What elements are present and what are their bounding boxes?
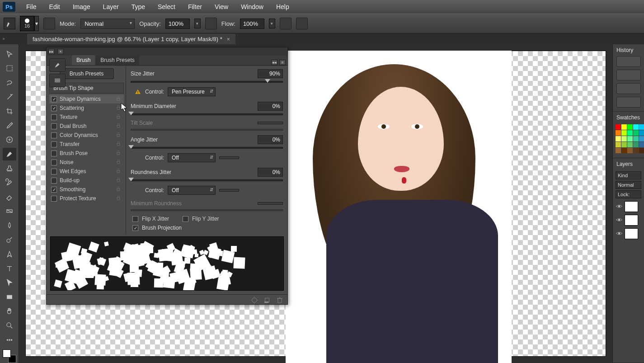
menu-view[interactable]: View [208, 0, 235, 13]
swatch[interactable] [621, 142, 627, 147]
layers-blend-mode[interactable]: Normal [616, 181, 641, 189]
brush-option-protect-texture[interactable]: Protect Texture [49, 194, 124, 203]
opacity-input[interactable]: 100% [165, 19, 190, 29]
swatch[interactable] [639, 148, 644, 153]
angle-jitter-slider[interactable] [131, 147, 283, 149]
swatch[interactable] [633, 148, 639, 153]
control-select-1[interactable]: Pen Pressure [168, 87, 216, 96]
document-tab[interactable]: fashionable-woman-thinking.jpg @ 66.7% (… [27, 34, 235, 44]
swatch[interactable] [633, 124, 639, 130]
layer-thumbnail[interactable] [625, 201, 638, 212]
swatch[interactable] [627, 136, 633, 141]
gradient-tool[interactable] [3, 205, 16, 218]
checkbox[interactable] [51, 105, 57, 111]
layers-panel-title[interactable]: Layers [615, 160, 642, 170]
history-brush-state-icon[interactable] [616, 97, 641, 108]
swatch[interactable] [616, 148, 621, 153]
lock-icon[interactable] [116, 177, 122, 184]
brush-option-scattering[interactable]: Scattering [49, 104, 124, 113]
brush-projection-checkbox[interactable]: Brush Projection [132, 225, 283, 231]
wand-tool[interactable] [3, 91, 16, 104]
checkbox[interactable] [51, 114, 57, 120]
history-snapshot-icon[interactable] [616, 70, 641, 80]
blur-tool[interactable] [3, 219, 16, 232]
panel-collapse-icon[interactable]: ▸▸ [48, 49, 55, 54]
brush-option-smoothing[interactable]: Smoothing [49, 185, 124, 194]
min-diameter-slider[interactable] [131, 113, 283, 115]
ellipsis-icon[interactable] [3, 334, 16, 346]
panel-collapse-double-icon[interactable]: ◂◂ [271, 60, 277, 65]
swatch[interactable] [621, 130, 627, 136]
menu-window[interactable]: Window [235, 0, 270, 13]
eyedropper-tool[interactable] [3, 119, 16, 132]
swatches-panel-title[interactable]: Swatches [615, 113, 642, 123]
layer-thumbnail[interactable] [625, 228, 638, 239]
mode-dropdown[interactable]: Normal [80, 19, 135, 29]
hand-tool[interactable] [3, 305, 16, 318]
shape-tool[interactable] [3, 291, 16, 303]
swatch[interactable] [621, 124, 627, 130]
flipx-checkbox[interactable]: Flip X Jitter [132, 216, 169, 222]
eraser-tool[interactable] [3, 191, 16, 203]
lock-icon[interactable] [116, 96, 122, 102]
brush-size-preset[interactable]: 16 [20, 16, 34, 31]
panel-close-icon[interactable]: × [57, 49, 64, 54]
zoom-tool[interactable] [3, 319, 16, 332]
control-select-2[interactable]: Off [168, 153, 216, 162]
checkbox[interactable] [51, 178, 57, 184]
brush-option-texture[interactable]: Texture [49, 113, 124, 122]
crop-tool[interactable] [3, 105, 16, 118]
brush-option-brush-pose[interactable]: Brush Pose [49, 149, 124, 158]
visibility-icon[interactable] [616, 204, 623, 209]
panel-menu-icon[interactable]: ≡ [279, 60, 286, 65]
size-jitter-value[interactable]: 90% [258, 69, 283, 78]
opacity-dropdown[interactable]: ▾ [194, 19, 201, 28]
checkbox[interactable] [51, 132, 57, 138]
lock-icon[interactable] [116, 114, 122, 120]
type-tool[interactable] [3, 262, 16, 275]
roundness-jitter-slider[interactable] [131, 179, 283, 181]
history-item[interactable] [616, 56, 641, 67]
layer-row[interactable] [615, 213, 642, 227]
move-tool[interactable] [3, 48, 16, 61]
lock-icon[interactable] [116, 186, 122, 193]
flow-input[interactable]: 100% [240, 19, 264, 29]
menu-image[interactable]: Image [66, 0, 97, 13]
flow-dropdown[interactable]: ▾ [269, 19, 275, 28]
menu-file[interactable]: File [20, 0, 43, 13]
checkbox[interactable] [51, 160, 57, 165]
panel-presets-icon[interactable] [49, 74, 66, 87]
canvas-area[interactable]: ▸▸ × Brush Brush Presets ◂◂ ≡ Brush Pres… [19, 44, 612, 363]
menu-edit[interactable]: Edit [43, 0, 66, 13]
healing-tool[interactable] [3, 134, 16, 146]
lock-icon[interactable] [116, 168, 122, 174]
swatch[interactable] [627, 142, 633, 147]
swatch[interactable] [621, 148, 627, 153]
close-tab-icon[interactable]: × [227, 36, 230, 42]
layer-row[interactable] [615, 200, 642, 213]
swatch[interactable] [639, 130, 644, 136]
lock-icon[interactable] [116, 141, 122, 147]
control-select-3[interactable]: Off [168, 186, 216, 195]
checkbox[interactable] [51, 169, 57, 174]
roundness-jitter-value[interactable]: 0% [258, 168, 283, 177]
brush-panel-toggle-icon[interactable] [43, 18, 55, 29]
panel-flyout-tab[interactable]: » [0, 34, 7, 42]
brush-option-color-dynamics[interactable]: Color Dynamics [49, 131, 124, 140]
flipy-checkbox[interactable]: Flip Y Jitter [183, 216, 219, 222]
menu-select[interactable]: Select [151, 0, 182, 13]
checkbox[interactable] [51, 123, 57, 129]
brush-option-noise[interactable]: Noise [49, 158, 124, 167]
swatch[interactable] [627, 148, 633, 153]
swatch[interactable] [627, 130, 633, 136]
menu-layer[interactable]: Layer [97, 0, 125, 13]
angle-jitter-value[interactable]: 0% [258, 135, 283, 144]
path-select-tool[interactable] [3, 277, 16, 289]
tab-brush-presets[interactable]: Brush Presets [96, 55, 139, 65]
min-diameter-value[interactable]: 0% [258, 102, 283, 111]
swatch[interactable] [633, 130, 639, 136]
swatch[interactable] [627, 124, 633, 130]
brush-option-dual-brush[interactable]: Dual Brush [49, 122, 124, 131]
brush-option-transfer[interactable]: Transfer [49, 140, 124, 149]
panel-brush-icon[interactable] [49, 58, 66, 72]
